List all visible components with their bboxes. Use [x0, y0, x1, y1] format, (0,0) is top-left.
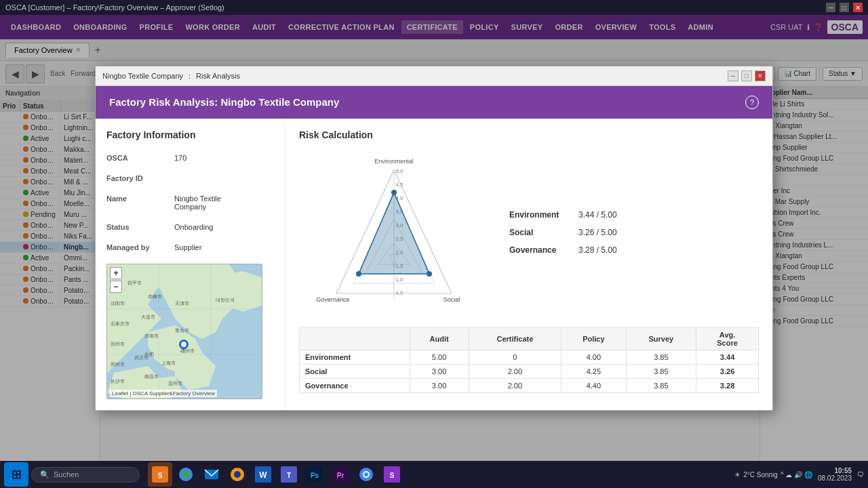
map-label-18: 福州市 [180, 348, 195, 353]
modal-body: Factory Information OSCA 170 Factory ID … [96, 119, 772, 410]
cell-gov-avg: 3.28 [696, 378, 759, 392]
cell-gov-policy: 4.40 [561, 378, 626, 392]
cell-soc-survey: 3.85 [626, 364, 696, 378]
svg-text:W: W [259, 470, 267, 480]
map-zoom-controls: + − [110, 267, 122, 293]
score-environment: Environment 3.44 / 5.00 [509, 210, 617, 220]
map-svg: 四平市 沈阳市 赤峰市 石家庄市 大连市 天津市 대한민국 郑州市 济南市 青岛… [107, 264, 262, 399]
svg-text:S: S [158, 472, 163, 479]
info-value-status: Onboarding [174, 223, 274, 231]
weather-label: 2°C Sonnig [743, 471, 778, 479]
cell-gov-audit: 3.00 [410, 378, 469, 392]
cell-soc-audit: 3.00 [410, 364, 469, 378]
info-value-osca: 170 [174, 154, 274, 162]
map-label-10: 青岛市 [175, 328, 189, 333]
radar-svg: Environmental 5,0 4,5 4,0 3,5 3,0 2,5 2,… [299, 151, 489, 314]
taskbar-icon-maps[interactable] [174, 462, 198, 487]
modal-header: Factory Risk Analysis: Ningbo Textile Co… [96, 86, 772, 119]
info-label-status: Status [106, 223, 174, 231]
clock-time: 10:55 [818, 467, 852, 474]
risk-scores: Environment 3.44 / 5.00 Social 3.26 / 5.… [509, 151, 617, 314]
info-value-factory-id [174, 174, 274, 182]
info-managed-by: Managed by Supplier [106, 243, 274, 251]
taskbar-icon-firefox[interactable] [225, 462, 250, 487]
info-label-osca: OSCA [106, 154, 174, 162]
map-label-2: 沈阳市 [111, 301, 125, 306]
factory-info-title: Factory Information [106, 129, 274, 140]
zoom-in-button[interactable]: + [110, 267, 122, 279]
start-button[interactable]: ⊞ [4, 462, 28, 487]
map-label-13: 长沙市 [111, 379, 125, 384]
clock-date: 08.02.2023 [818, 474, 852, 482]
cell-gov-survey: 3.85 [626, 378, 696, 392]
score-governance: Governance 3.28 / 5.00 [509, 245, 617, 255]
maximize-button[interactable]: □ [840, 3, 849, 12]
close-button[interactable]: ✕ [853, 3, 863, 12]
cell-env-policy: 4.00 [561, 350, 626, 364]
info-factory-id: Factory ID [106, 174, 274, 182]
taskbar-pinned-apps: S W T Ps Pr S [148, 462, 404, 487]
map-label-7: 대한민국 [216, 298, 235, 303]
svg-point-29 [182, 470, 190, 479]
radar-soc-point [427, 271, 432, 277]
factory-info-panel: Factory Information OSCA 170 Factory ID … [96, 119, 285, 410]
info-status: Status Onboarding [106, 223, 274, 231]
cell-soc-avg: 3.26 [696, 364, 759, 378]
taskbar-icon-chrome[interactable] [354, 462, 378, 487]
col-policy: Policy [561, 327, 626, 350]
notification-icon[interactable]: 🗨 [857, 471, 864, 479]
taskbar-icon-misc[interactable]: S [380, 462, 404, 487]
cell-env-avg: 3.44 [696, 350, 759, 364]
map-container: 四平市 沈阳市 赤峰市 石家庄市 大连市 天津市 대한민국 郑州市 济南市 青岛… [106, 264, 262, 399]
modal-close-button[interactable]: ✕ [755, 70, 766, 81]
modal-title: Factory Risk Analysis: Ningbo Textile Co… [109, 96, 339, 108]
taskbar-icon-word[interactable]: W [251, 462, 275, 487]
window-controls: ─ □ ✕ [826, 3, 863, 12]
map-label-9: 济南市 [144, 333, 159, 339]
soc-value: 3.26 / 5.00 [578, 228, 617, 237]
taskbar-search[interactable]: 🔍 Suchen [31, 467, 140, 483]
map-label-3: 赤峰市 [148, 294, 162, 299]
taskbar-icon-premiere[interactable]: Pr [328, 462, 353, 487]
row-label-soc: Social [300, 364, 410, 378]
taskbar-icon-teams[interactable]: T [277, 462, 301, 487]
info-label-managed-by: Managed by [106, 243, 174, 251]
gov-label: Governance [509, 245, 570, 255]
cell-soc-cert: 2.00 [469, 364, 561, 378]
map-label-8: 郑州市 [111, 342, 125, 346]
map-label-6: 天津市 [175, 301, 189, 306]
taskbar-icon-setlog[interactable]: S [148, 462, 172, 487]
modal-breadcrumb-company: Ningbo Textile Company [102, 72, 183, 80]
radar-data-polygon [359, 192, 429, 274]
svg-text:Governance: Governance [316, 296, 349, 303]
taskbar-icon-ps[interactable]: Ps [302, 462, 327, 487]
radar-gov-point [356, 271, 361, 277]
gov-value: 3.28 / 5.00 [578, 245, 617, 255]
taskbar-icon-mail[interactable] [199, 462, 224, 487]
breadcrumb-separator: : [189, 72, 191, 80]
map-label-5: 大连市 [141, 314, 155, 319]
modal-restore-button[interactable]: □ [741, 70, 752, 81]
svg-text:Pr: Pr [337, 472, 344, 479]
modal-help-button[interactable]: ? [745, 96, 759, 109]
modal-controls: ─ □ ✕ [728, 70, 766, 81]
modal-titlebar: Ningbo Textile Company : Risk Analysis ─… [96, 66, 772, 86]
cell-env-audit: 5.00 [410, 350, 469, 364]
svg-text:Environmental: Environmental [374, 158, 414, 165]
zoom-out-button[interactable]: − [110, 281, 122, 293]
cell-gov-cert: 2.00 [469, 378, 561, 392]
map-label-14: 南昌市 [144, 374, 159, 379]
clock: 10:55 08.02.2023 [818, 467, 852, 482]
system-tray: ☀ 2°C Sonnig ^ ☁ 🔊 🌐 [734, 471, 812, 479]
risk-calc-title: Risk Calculation [299, 129, 759, 140]
minimize-button[interactable]: ─ [826, 3, 835, 12]
col-survey: Survey [626, 327, 696, 350]
map-label-1: 四平市 [127, 281, 142, 285]
table-row-governance: Governance 3.00 2.00 4.40 3.85 3.28 [300, 378, 759, 392]
col-audit: Audit [410, 327, 469, 350]
cell-soc-policy: 4.25 [561, 364, 626, 378]
modal-minimize-button[interactable]: ─ [728, 70, 738, 81]
cell-env-survey: 3.85 [626, 350, 696, 364]
info-label-name: Name [106, 195, 174, 211]
info-osca: OSCA 170 [106, 154, 274, 162]
